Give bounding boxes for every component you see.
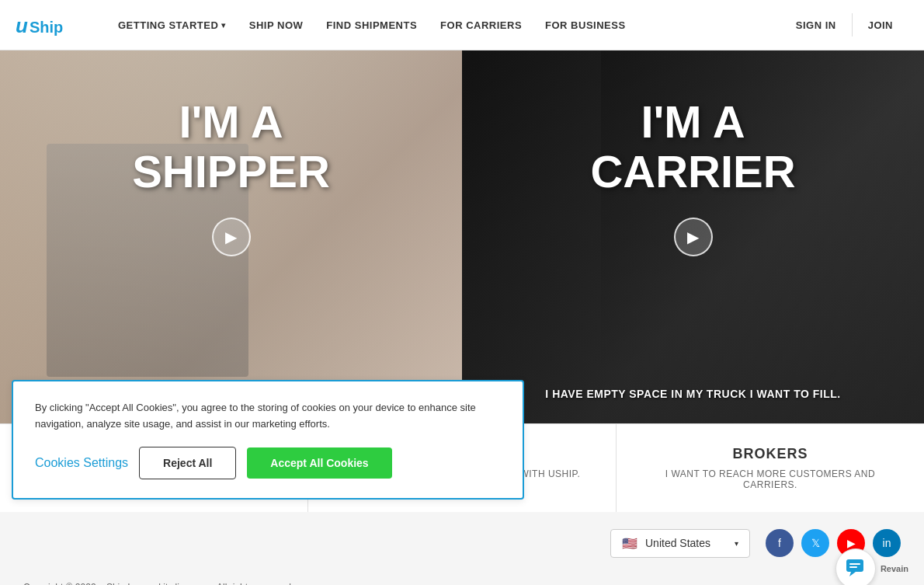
join-button[interactable]: JOIN: [853, 13, 908, 37]
page-wrapper: u Ship GETTING STARTED ▾ SHIP NOW FIND S…: [0, 0, 924, 585]
cookie-buttons: Cookies Settings Reject All Accept All C…: [35, 447, 501, 479]
header-right: SIGN IN JOIN: [780, 13, 908, 37]
accept-all-cookies-button[interactable]: Accept All Cookies: [247, 447, 391, 479]
cookie-banner: By clicking "Accept All Cookies", you ag…: [12, 380, 524, 500]
reject-all-button[interactable]: Reject All: [139, 447, 236, 479]
svg-rect-5: [849, 566, 857, 568]
nav-for-carriers[interactable]: FOR CARRIERS: [431, 13, 531, 37]
svg-text:Ship: Ship: [30, 19, 63, 36]
logo-area[interactable]: u Ship: [16, 9, 78, 40]
hero-carrier-cta[interactable]: ▶: [674, 218, 713, 256]
hero-section: I'M A SHIPPER ▶ I HAVE STUFF I NEED TO G…: [0, 50, 924, 423]
brokers-title: BROKERS: [640, 446, 901, 462]
hero-carrier-title: I'M A CARRIER: [462, 97, 924, 197]
svg-marker-3: [849, 572, 856, 576]
cookies-settings-link[interactable]: Cookies Settings: [35, 456, 128, 470]
sign-in-button[interactable]: SIGN IN: [780, 13, 852, 37]
brokers-desc: I WANT TO REACH MORE CUSTOMERS AND CARRI…: [640, 468, 901, 490]
arrow-right-icon: ▶: [687, 228, 699, 246]
cookie-text: By clicking "Accept All Cookies", you ag…: [35, 400, 501, 433]
country-selector[interactable]: 🇺🇸 United States ▾: [610, 529, 750, 558]
us-flag-icon: 🇺🇸: [622, 536, 637, 551]
chat-widget[interactable]: Revain: [835, 548, 908, 585]
nav-find-shipments[interactable]: FIND SHIPMENTS: [317, 13, 426, 37]
twitter-icon[interactable]: 𝕏: [801, 529, 829, 557]
hero-shipper-cta[interactable]: ▶: [212, 218, 251, 256]
svg-rect-4: [849, 563, 860, 565]
header: u Ship GETTING STARTED ▾ SHIP NOW FIND S…: [0, 0, 924, 50]
main-nav: GETTING STARTED ▾ SHIP NOW FIND SHIPMENT…: [109, 13, 780, 37]
country-name: United States: [645, 537, 710, 549]
chevron-down-icon: ▾: [221, 21, 226, 30]
uship-logo-svg: u Ship: [16, 9, 78, 40]
nav-ship-now[interactable]: SHIP NOW: [240, 13, 313, 37]
svg-text:u: u: [16, 14, 28, 37]
svg-rect-2: [846, 559, 863, 572]
hero-carrier-subtitle: I HAVE EMPTY SPACE IN MY TRUCK I WANT TO…: [462, 388, 924, 400]
facebook-icon[interactable]: f: [766, 529, 794, 557]
chat-label: Revain: [881, 564, 908, 573]
hero-shipper-title: I'M A SHIPPER: [0, 97, 462, 197]
chat-icon[interactable]: [835, 548, 876, 585]
footer-area: 🇺🇸 United States ▾ f 𝕏 ▶ in: [0, 512, 924, 574]
hero-shipper[interactable]: I'M A SHIPPER ▶ I HAVE STUFF I NEED TO G…: [0, 50, 462, 423]
arrow-right-icon: ▶: [225, 228, 237, 246]
nav-getting-started[interactable]: GETTING STARTED ▾: [109, 13, 235, 37]
copyright: Copyright © 2022, uShip Inc. and its lic…: [0, 574, 924, 585]
bottom-brokers[interactable]: BROKERS I WANT TO REACH MORE CUSTOMERS A…: [617, 424, 924, 512]
hero-carrier[interactable]: I'M A CARRIER ▶ I HAVE EMPTY SPACE IN MY…: [462, 50, 924, 423]
logo[interactable]: u Ship: [16, 9, 78, 40]
chat-bubble-icon: [845, 558, 867, 580]
chevron-down-icon: ▾: [735, 539, 738, 548]
nav-for-business[interactable]: FOR BUSINESS: [536, 13, 635, 37]
